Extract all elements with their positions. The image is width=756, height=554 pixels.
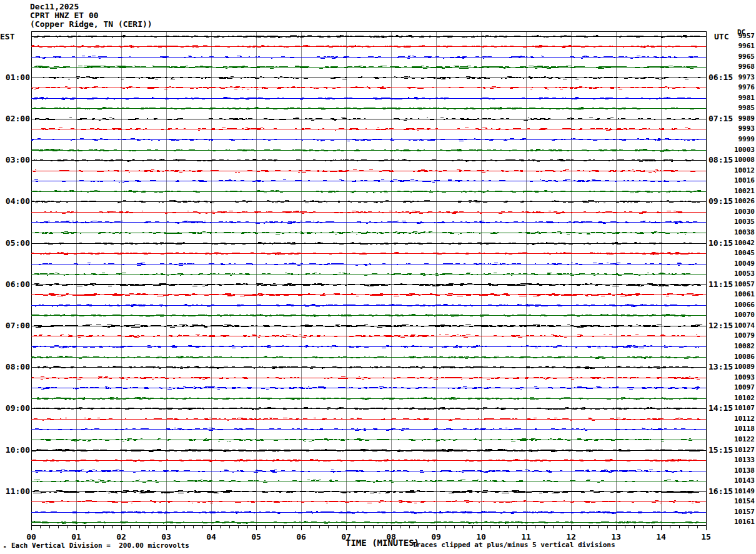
dc-value: 10074 xyxy=(727,322,755,330)
x-tick-label: 09 xyxy=(425,532,447,541)
dc-value: 10070 xyxy=(727,311,755,319)
dc-value: 10157 xyxy=(727,508,755,516)
dc-value: 10133 xyxy=(727,456,755,464)
dc-value: 10026 xyxy=(727,198,755,205)
x-tick-label: 01 xyxy=(65,532,87,541)
dc-value: 9993 xyxy=(727,125,755,133)
dc-value: 10008 xyxy=(727,156,755,164)
est-time-label: 08:00 xyxy=(1,363,30,371)
dc-value: 9965 xyxy=(727,53,755,61)
x-axis-title: TIME (MINUTES) xyxy=(346,538,419,548)
dc-value: 10154 xyxy=(727,498,755,505)
dc-value: 10061 xyxy=(727,291,755,298)
dc-value: 9985 xyxy=(727,104,755,112)
dc-value: 10045 xyxy=(727,249,755,257)
dc-value: 10016 xyxy=(727,177,755,184)
x-tick-label: 06 xyxy=(290,532,312,541)
dc-value: 10097 xyxy=(727,384,755,391)
dc-value: 10057 xyxy=(727,281,755,288)
dc-value: 10079 xyxy=(727,332,755,340)
footer-squiggle-glyph: ₘ xyxy=(3,543,6,549)
x-tick-label: 10 xyxy=(470,532,492,541)
dc-value: 9999 xyxy=(727,136,755,143)
dc-value: 10143 xyxy=(727,477,755,485)
dc-value: 10086 xyxy=(727,353,755,361)
dc-value: 10053 xyxy=(727,270,755,278)
dc-value: 10042 xyxy=(727,239,755,247)
x-tick-label: 15 xyxy=(695,532,717,541)
x-tick-label: 11 xyxy=(515,532,537,541)
dc-value: 10049 xyxy=(727,260,755,268)
clipping-note: Traces clipped at plus/minus 5 vertical … xyxy=(412,541,615,549)
dc-value: 10038 xyxy=(727,229,755,236)
est-time-label: 06:00 xyxy=(1,280,30,289)
dc-value: 10021 xyxy=(727,188,755,195)
dc-value: 9973 xyxy=(727,74,755,81)
est-time-label: 03:00 xyxy=(1,156,30,164)
est-time-label: 09:00 xyxy=(1,404,30,413)
dc-value: 10112 xyxy=(727,415,755,423)
dc-value: 10138 xyxy=(727,467,755,475)
est-time-label: 02:00 xyxy=(1,114,30,123)
est-time-label: 01:00 xyxy=(1,73,30,82)
dc-value: 10122 xyxy=(727,436,755,443)
vertical-division-note: Each Vertical Division = 200.00 microvol… xyxy=(11,541,189,550)
x-tick-label: 14 xyxy=(650,532,672,541)
dc-value: 10102 xyxy=(727,395,755,402)
dc-value: 10030 xyxy=(727,208,755,216)
x-axis-major-ticks xyxy=(32,525,707,530)
est-time-label: 04:00 xyxy=(1,197,30,206)
dc-value: 10066 xyxy=(727,301,755,309)
est-time-label: 07:00 xyxy=(1,321,30,330)
x-tick-label: 13 xyxy=(605,532,627,541)
x-tick-label: 04 xyxy=(200,532,222,541)
dc-value: 10082 xyxy=(727,343,755,350)
x-tick-label: 00 xyxy=(20,532,42,541)
seismogram-plot xyxy=(0,0,756,554)
dc-value: 10093 xyxy=(727,374,755,381)
dc-value: 9961 xyxy=(727,43,755,50)
dc-value: 9957 xyxy=(727,33,755,40)
dc-value: 10118 xyxy=(727,425,755,433)
dc-value: 10127 xyxy=(727,446,755,454)
x-tick-label: 12 xyxy=(560,532,582,541)
dc-value: 9989 xyxy=(727,115,755,123)
dc-value: 10035 xyxy=(727,218,755,226)
dc-value: 9981 xyxy=(727,94,755,102)
webicorder-page: Dec11,2025 CPRT HNZ ET 00 (Copper Ridge,… xyxy=(0,0,756,554)
dc-value: 9976 xyxy=(727,84,755,91)
est-time-label: 11:00 xyxy=(1,487,30,496)
dc-value: 10003 xyxy=(727,146,755,154)
dc-value: 10161 xyxy=(727,518,755,526)
est-time-label: 05:00 xyxy=(1,239,30,248)
est-time-label: 10:00 xyxy=(1,446,30,455)
x-tick-label: 02 xyxy=(110,532,132,541)
dc-value: 10089 xyxy=(727,363,755,371)
x-tick-label: 03 xyxy=(155,532,177,541)
dc-value: 9968 xyxy=(727,63,755,71)
x-tick-label: 05 xyxy=(245,532,267,541)
dc-value: 10149 xyxy=(727,488,755,495)
dc-value: 10012 xyxy=(727,167,755,174)
dc-value: 10107 xyxy=(727,405,755,412)
